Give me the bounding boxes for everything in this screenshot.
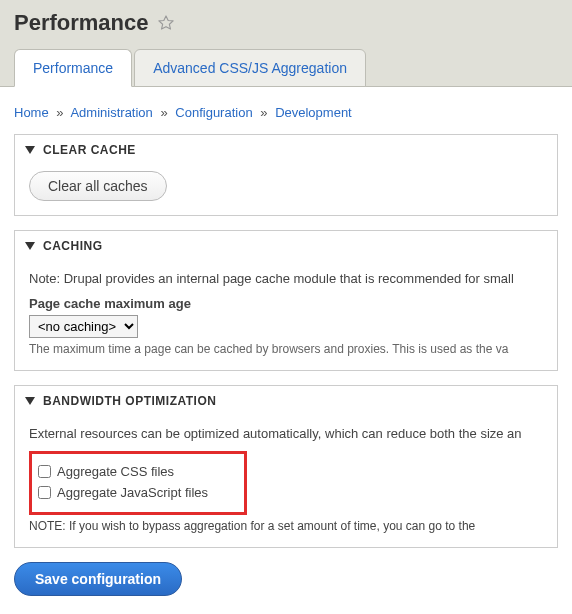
aggregate-css-checkbox[interactable]	[38, 465, 51, 478]
max-age-label: Page cache maximum age	[29, 296, 543, 311]
panel-caching-summary[interactable]: Caching	[15, 231, 557, 261]
panel-clear-cache-summary[interactable]: Clear cache	[15, 135, 557, 165]
breadcrumb-separator: »	[52, 105, 67, 120]
panel-bandwidth: Bandwidth optimization External resource…	[14, 385, 558, 548]
clear-all-caches-button[interactable]: Clear all caches	[29, 171, 167, 201]
panel-legend: Caching	[43, 239, 103, 253]
breadcrumb-separator: »	[256, 105, 271, 120]
tab-label: Advanced CSS/JS Aggregation	[153, 60, 347, 76]
breadcrumb-admin[interactable]: Administration	[70, 105, 152, 120]
bandwidth-intro: External resources can be optimized auto…	[29, 426, 543, 441]
caching-note: Note: Drupal provides an internal page c…	[29, 271, 543, 286]
panel-caching: Caching Note: Drupal provides an interna…	[14, 230, 558, 371]
breadcrumb-separator: »	[156, 105, 171, 120]
save-configuration-button[interactable]: Save configuration	[14, 562, 182, 596]
aggregate-css-row[interactable]: Aggregate CSS files	[38, 464, 238, 479]
panel-legend: Clear cache	[43, 143, 136, 157]
panel-legend: Bandwidth optimization	[43, 394, 216, 408]
max-age-select[interactable]: <no caching>	[29, 315, 138, 338]
breadcrumb: Home » Administration » Configuration » …	[14, 101, 558, 134]
aggregate-css-label: Aggregate CSS files	[57, 464, 174, 479]
star-icon[interactable]	[157, 14, 175, 32]
tabs: Performance Advanced CSS/JS Aggregation	[14, 49, 558, 87]
breadcrumb-dev[interactable]: Development	[275, 105, 352, 120]
page-title: Performance	[14, 10, 149, 36]
panel-bandwidth-summary[interactable]: Bandwidth optimization	[15, 386, 557, 416]
breadcrumb-home[interactable]: Home	[14, 105, 49, 120]
tab-label: Performance	[33, 60, 113, 76]
aggregate-js-row[interactable]: Aggregate JavaScript files	[38, 485, 238, 500]
panel-clear-cache: Clear cache Clear all caches	[14, 134, 558, 216]
tab-advanced-aggregation[interactable]: Advanced CSS/JS Aggregation	[134, 49, 366, 87]
breadcrumb-config[interactable]: Configuration	[175, 105, 252, 120]
highlight-box: Aggregate CSS files Aggregate JavaScript…	[29, 451, 247, 515]
max-age-description: The maximum time a page can be cached by…	[29, 342, 543, 356]
aggregate-js-label: Aggregate JavaScript files	[57, 485, 208, 500]
bypass-note: NOTE: If you wish to bypass aggregation …	[29, 519, 543, 533]
aggregate-js-checkbox[interactable]	[38, 486, 51, 499]
tab-performance[interactable]: Performance	[14, 49, 132, 87]
